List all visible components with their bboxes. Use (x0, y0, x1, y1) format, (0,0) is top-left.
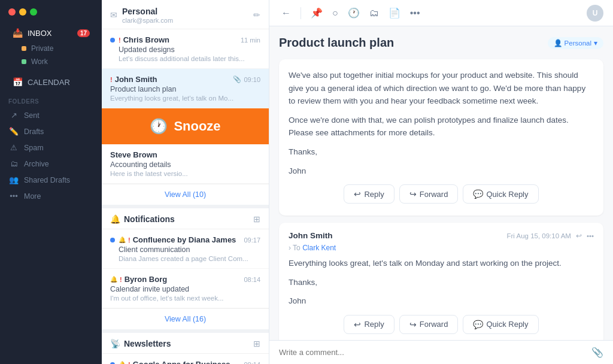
pin-toolbar-icon[interactable]: 📌 (308, 5, 325, 21)
email-message-2: John Smith Fri Aug 15, 09:10 AM ↩ ••• › … (279, 223, 603, 340)
email-title-row: Product launch plan 👤 Personal ▾ (279, 36, 603, 50)
sidebar-item-inbox[interactable]: 📥 INBOX 17 (4, 25, 98, 41)
inbox-section: 📥 INBOX 17 Private Work (0, 22, 102, 71)
clock-toolbar-icon[interactable]: 🕐 (345, 5, 362, 21)
detail-toolbar: ← 📌 ○ 🕐 🗂 📄 ••• U (269, 0, 613, 26)
thread-to-link[interactable]: Clark Kent (302, 244, 336, 252)
reply-label: Reply (364, 190, 384, 199)
more-thread-icon[interactable]: ••• (587, 232, 594, 239)
maximize-button[interactable] (30, 8, 37, 16)
thread-to: › To Clark Kent (289, 244, 594, 252)
reply-button-2[interactable]: ↩ Reply (344, 315, 394, 334)
view-all-notifications[interactable]: View All (16) (102, 308, 269, 329)
more-icon: ••• (8, 192, 19, 201)
notifications-section: 🔔 Notifications ⊞ 🔔 ! Confluence by Dian… (102, 205, 269, 329)
shared-drafts-icon: 👥 (8, 175, 19, 184)
personal-badge[interactable]: 👤 Personal ▾ (548, 37, 603, 49)
quick-reply-icon: 💬 (473, 189, 483, 199)
email-item-steve-brown[interactable]: Steve Brown Accounting details Here is t… (102, 144, 269, 184)
notifications-title-group: 🔔 Notifications (110, 214, 175, 224)
calendar-section: 📅 CALENDAR (0, 71, 102, 93)
sidebar-item-archive[interactable]: 🗂 Archive (0, 156, 102, 171)
minimize-button[interactable] (19, 8, 26, 16)
circle-icon[interactable]: ○ (330, 5, 341, 21)
notifications-title: Notifications (124, 214, 175, 224)
sidebar-item-calendar[interactable]: 📅 CALENDAR (4, 74, 98, 90)
drafts-label: Drafts (24, 128, 44, 136)
email-time: 09:10 (244, 76, 260, 83)
person-icon: 👤 (554, 39, 562, 47)
forward-button-1[interactable]: ↪ Forward (399, 184, 459, 204)
email-item-john-smith[interactable]: ! John Smith 📎 09:10 Product launch plan… (102, 69, 269, 108)
reply-label-2: Reply (364, 320, 384, 329)
email-content: Steve Brown Accounting details Here is t… (110, 150, 260, 177)
view-all-personal[interactable]: View All (10) (102, 184, 269, 205)
sidebar-item-spam[interactable]: ⚠ Spam (0, 140, 102, 155)
newsletter-sender: 🔔 ! Google Apps for Business (119, 360, 230, 364)
email-item-chris-brown[interactable]: ! Chris Brown 11 min Updated designs Let… (102, 29, 269, 69)
shared-drafts-label: Shared Drafts (24, 176, 70, 184)
forward-label: Forward (420, 190, 448, 199)
quick-reply-button-1[interactable]: 💬 Quick Reply (463, 184, 538, 204)
sidebar: 📥 INBOX 17 Private Work 📅 CALENDAR Folde… (0, 0, 102, 364)
traffic-lights (0, 0, 102, 22)
filter-icon[interactable]: ⊞ (253, 214, 260, 224)
filter-icon2[interactable]: ⊞ (253, 339, 260, 348)
compose-input[interactable] (279, 348, 591, 357)
personal-section-left: ✉ Personal clark@spark.com (110, 6, 173, 24)
back-icon[interactable]: ← (279, 5, 293, 21)
thread-header: John Smith Fri Aug 15, 09:10 AM ↩ ••• (289, 231, 594, 240)
more-toolbar-icon[interactable]: ••• (408, 5, 423, 21)
message-paragraph-1: We've also put together initial mockups … (289, 69, 594, 108)
notif-time: 09:17 (244, 236, 260, 244)
notification-item-byron[interactable]: 🔔 ! Byron Borg 08:14 Calendar invite upd… (102, 269, 269, 308)
forward-label-2: Forward (420, 320, 448, 329)
priority-icon: ! (119, 37, 121, 44)
newsletter-item-google[interactable]: 🔔 ! Google Apps for Business 08:14 Updat… (102, 354, 269, 364)
sent-icon: ↗ (8, 111, 19, 120)
sidebar-item-more[interactable]: ••• More (0, 189, 102, 204)
notification-item-confluence[interactable]: 🔔 ! Confluence by Diana James 09:17 Clie… (102, 229, 269, 269)
chevron-down-icon: ▾ (594, 39, 597, 47)
personal-section-header: ✉ Personal clark@spark.com ✏ (102, 0, 269, 29)
forward-button-2[interactable]: ↪ Forward (399, 315, 459, 334)
close-button[interactable] (8, 8, 16, 16)
reply-button-1[interactable]: ↩ Reply (344, 184, 394, 204)
bell-small-icon: 🔔 (110, 276, 117, 283)
message-body-2: Everything looks great, let's talk on Mo… (289, 257, 594, 308)
envelope-icon: ✉ (110, 10, 117, 20)
priority-icon: ! (110, 76, 113, 83)
thread-meta: Fri Aug 15, 09:10 AM ↩ ••• (507, 232, 594, 240)
snooze-card: 🕐 Snooze (102, 108, 269, 144)
file-toolbar-icon[interactable]: 📄 (386, 5, 403, 21)
edit-icon[interactable]: ✏ (253, 10, 260, 20)
sidebar-item-drafts[interactable]: ✏️ Drafts (0, 124, 102, 139)
quick-reply-button-2[interactable]: 💬 Quick Reply (463, 315, 538, 334)
detail-content: Product launch plan 👤 Personal ▾ We've a… (269, 26, 613, 340)
attachment-icon: 📎 (233, 75, 241, 83)
sidebar-sub-work[interactable]: Work (0, 55, 102, 68)
message-actions-2: ↩ Reply ↪ Forward 💬 Quick Reply (289, 308, 594, 336)
reply-thread-icon[interactable]: ↩ (576, 232, 582, 240)
archive-icon: 🗂 (8, 159, 19, 168)
private-label: Private (31, 44, 53, 53)
sender-line: Steve Brown (110, 150, 260, 159)
sidebar-sub-private[interactable]: Private (0, 42, 102, 55)
calendar-label: CALENDAR (28, 78, 70, 87)
email-preview: Here is the latest versio... (110, 170, 260, 177)
email-message-1: We've also put together initial mockups … (279, 59, 603, 216)
sidebar-item-shared-drafts[interactable]: 👥 Shared Drafts (0, 172, 102, 187)
forward-icon-2: ↪ (409, 320, 417, 329)
personal-title: Personal (122, 7, 157, 16)
avatar[interactable]: U (587, 5, 603, 22)
sidebar-item-sent[interactable]: ↗ Sent (0, 108, 102, 123)
message-paragraph-2: Once we're done with that, we can polish… (289, 114, 594, 139)
newsletters-title: Newsletters (124, 339, 171, 348)
notif-subject: Calendar invite updated (110, 285, 260, 293)
personal-badge-label: Personal (565, 40, 591, 47)
thread-paragraph-3: John (289, 295, 594, 308)
message-paragraph-4: John (289, 165, 594, 178)
folder-toolbar-icon[interactable]: 🗂 (367, 5, 381, 21)
quick-reply-icon-2: 💬 (473, 320, 483, 329)
attachment-button[interactable]: 📎 (591, 347, 603, 358)
